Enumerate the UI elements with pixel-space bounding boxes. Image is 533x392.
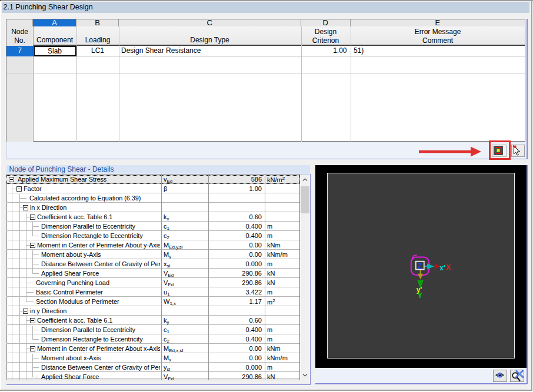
svg-text:X: X bbox=[446, 263, 451, 272]
svg-text:Y: Y bbox=[418, 292, 422, 300]
svg-text:x': x' bbox=[439, 264, 445, 272]
svg-text:Z: Z bbox=[418, 262, 422, 270]
